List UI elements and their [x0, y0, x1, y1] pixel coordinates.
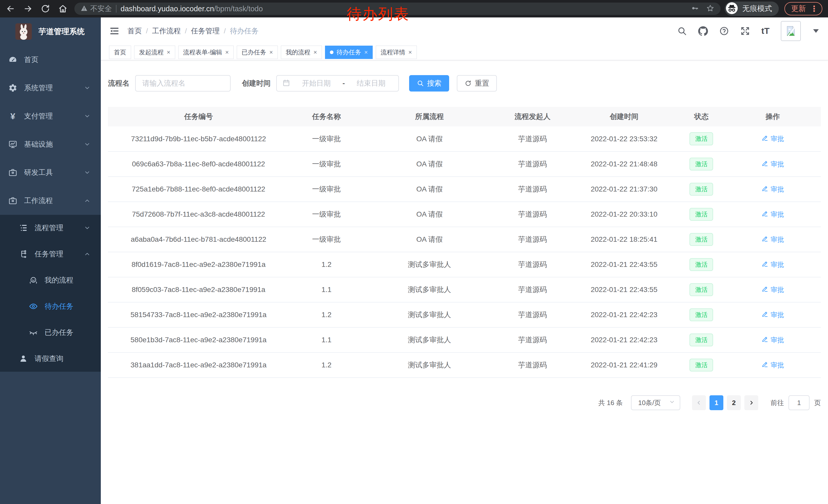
- hamburger-icon[interactable]: [109, 26, 120, 36]
- sidebar-item-任务管理[interactable]: 任务管理: [0, 241, 101, 267]
- chevron-down-icon: [84, 225, 90, 231]
- sidebar-logo[interactable]: 芋道管理系统: [0, 17, 101, 46]
- fullscreen-icon[interactable]: [740, 26, 750, 36]
- status-cell: 激活: [678, 227, 724, 252]
- action-cell: 审批: [724, 353, 821, 378]
- yen-icon: ¥: [8, 111, 17, 121]
- browser-menu-icon[interactable]: ⋮: [810, 5, 818, 13]
- tab-我的流程[interactable]: 我的流程×: [281, 46, 322, 59]
- created-cell: 2022-01-21 22:43:55: [570, 252, 678, 277]
- breadcrumb-item-首页[interactable]: 首页: [127, 26, 142, 36]
- status-badge: 激活: [690, 233, 713, 246]
- sidebar-item-请假查询[interactable]: 请假查询: [0, 346, 101, 372]
- column-header-任务编号: 任务编号: [108, 107, 289, 126]
- table-row: 73211d9d-7b9b-11ec-b5b7-acde48001122一级审批…: [108, 126, 821, 151]
- sidebar-item-已办任务[interactable]: 已办任务: [0, 319, 101, 346]
- process-cell: 测试多审批人: [364, 252, 495, 277]
- created-cell: 2022-01-21 22:43:55: [570, 277, 678, 302]
- approve-button[interactable]: 审批: [761, 260, 784, 269]
- github-icon[interactable]: [698, 26, 708, 36]
- close-icon[interactable]: ×: [269, 49, 273, 56]
- sidebar-item-我的流程[interactable]: 我的流程: [0, 267, 101, 293]
- help-icon[interactable]: [719, 26, 729, 36]
- breadcrumb-item-任务管理[interactable]: 任务管理: [191, 26, 220, 36]
- created-cell: 2022-01-22 18:25:41: [570, 227, 678, 252]
- font-size-icon[interactable]: tT: [761, 26, 770, 36]
- tab-待办任务[interactable]: 待办任务×: [325, 46, 373, 59]
- avatar[interactable]: [781, 21, 801, 41]
- sidebar-item-流程管理[interactable]: 流程管理: [0, 215, 101, 241]
- task-id-cell: 75d72608-7b7f-11ec-a3c8-acde48001122: [108, 202, 289, 227]
- breadcrumb-item-工作流程[interactable]: 工作流程: [152, 26, 181, 36]
- table-row: 8f0d1619-7ac8-11ec-a9e2-a2380e71991a1.2测…: [108, 252, 821, 277]
- chevron-up-icon: [84, 197, 90, 204]
- sidebar-menu: 首页系统管理¥支付管理基础设施研发工具工作流程流程管理任务管理我的流程待办任务已…: [0, 46, 101, 372]
- prev-page-button[interactable]: [692, 395, 706, 410]
- forward-icon[interactable]: [23, 4, 33, 13]
- close-icon[interactable]: ×: [408, 49, 412, 56]
- approve-button[interactable]: 审批: [761, 185, 784, 194]
- approve-button[interactable]: 审批: [761, 361, 784, 370]
- task-name-cell: 一级审批: [289, 227, 364, 252]
- close-icon[interactable]: ×: [314, 49, 317, 56]
- close-icon[interactable]: ×: [167, 49, 170, 56]
- goto-page-input[interactable]: [788, 395, 810, 410]
- action-cell: 审批: [724, 227, 821, 252]
- process-name-input[interactable]: [135, 75, 231, 92]
- tab-首页[interactable]: 首页: [109, 46, 131, 59]
- tab-已办任务[interactable]: 已办任务×: [237, 46, 278, 59]
- task-id-cell: a6aba0a4-7b6d-11ec-b781-acde48001122: [108, 227, 289, 252]
- date-end-placeholder: 结束日期: [349, 79, 393, 88]
- tab-流程表单-编辑[interactable]: 流程表单-编辑×: [178, 46, 234, 59]
- update-button[interactable]: 更新 ⋮: [784, 2, 822, 15]
- task-id-cell: 58154733-7ac8-11ec-a9e2-a2380e71991a: [108, 302, 289, 327]
- approve-button[interactable]: 审批: [761, 285, 784, 294]
- date-range-picker[interactable]: 开始日期 - 结束日期: [276, 75, 399, 92]
- pen-icon: [761, 311, 769, 319]
- approve-button[interactable]: 审批: [761, 335, 784, 345]
- reload-icon[interactable]: [41, 4, 50, 13]
- back-icon[interactable]: [6, 4, 15, 13]
- sidebar-item-研发工具[interactable]: 研发工具: [0, 158, 101, 187]
- sidebar-item-基础设施[interactable]: 基础设施: [0, 130, 101, 158]
- search-button[interactable]: 搜索: [409, 75, 449, 92]
- approve-button[interactable]: 审批: [761, 160, 784, 169]
- url-text[interactable]: dashboard.yudao.iocoder.cn/bpm/task/todo: [121, 5, 263, 13]
- password-key-icon[interactable]: [691, 4, 699, 13]
- task-name-cell: 1.2: [289, 353, 364, 378]
- page-button-2[interactable]: 2: [727, 395, 741, 410]
- monitor-icon: [8, 140, 17, 149]
- page-button-1[interactable]: 1: [709, 395, 723, 410]
- initiator-cell: 芋道源码: [495, 202, 570, 227]
- sidebar-item-系统管理[interactable]: 系统管理: [0, 74, 101, 102]
- reset-button[interactable]: 重置: [457, 75, 497, 92]
- page-size-select[interactable]: 10条/页: [631, 395, 680, 410]
- sidebar-item-工作流程[interactable]: 工作流程: [0, 187, 101, 215]
- tab-流程详情[interactable]: 流程详情×: [376, 46, 417, 59]
- sidebar-item-待办任务[interactable]: 待办任务: [0, 293, 101, 319]
- approve-button[interactable]: 审批: [761, 210, 784, 219]
- sidebar: 芋道管理系统 首页系统管理¥支付管理基础设施研发工具工作流程流程管理任务管理我的…: [0, 17, 101, 504]
- process-cell: 测试多审批人: [364, 277, 495, 302]
- approve-button[interactable]: 审批: [761, 235, 784, 244]
- approve-button[interactable]: 审批: [761, 134, 784, 143]
- sidebar-item-首页[interactable]: 首页: [0, 46, 101, 74]
- column-header-创建时间: 创建时间: [570, 107, 678, 126]
- security-warning[interactable]: 不安全: [81, 4, 112, 13]
- breadcrumb-item-待办任务: 待办任务: [230, 26, 258, 36]
- close-icon[interactable]: ×: [225, 49, 229, 56]
- close-icon[interactable]: ×: [364, 49, 368, 56]
- task-id-cell: 381aa1dd-7ac8-11ec-a9e2-a2380e71991a: [108, 353, 289, 378]
- sidebar-item-支付管理[interactable]: ¥支付管理: [0, 102, 101, 130]
- bookmark-star-icon[interactable]: [706, 4, 714, 13]
- next-page-button[interactable]: [744, 395, 758, 410]
- avatar-caret-icon[interactable]: [813, 29, 819, 33]
- home-icon[interactable]: [58, 4, 68, 13]
- created-cell: 2022-01-21 22:41:29: [570, 353, 678, 378]
- search-icon[interactable]: [677, 26, 687, 36]
- tab-发起流程[interactable]: 发起流程×: [134, 46, 175, 59]
- table-body: 73211d9d-7b9b-11ec-b5b7-acde48001122一级审批…: [108, 126, 821, 378]
- approve-button[interactable]: 审批: [761, 311, 784, 319]
- update-label: 更新: [791, 4, 806, 14]
- table-header: 任务编号任务名称所属流程流程发起人创建时间状态操作: [108, 107, 821, 126]
